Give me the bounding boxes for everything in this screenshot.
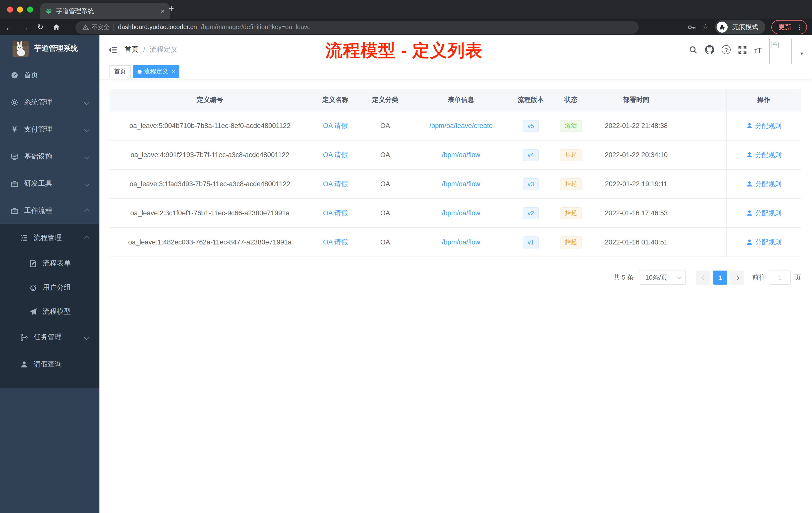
zoom-window-button[interactable]	[27, 6, 33, 12]
sidebar-item-infra[interactable]: 基础设施	[0, 143, 99, 170]
sidebar-collapse-icon[interactable]	[109, 46, 117, 54]
github-icon[interactable]	[705, 45, 714, 54]
goto-page-input[interactable]	[769, 271, 791, 284]
list-icon	[20, 234, 28, 242]
table-row: oa_leave:3:1fad3d93-7b75-11ec-a3c8-acde4…	[110, 170, 801, 199]
font-size-icon[interactable]: TT	[754, 46, 762, 54]
assign-rule-button[interactable]: 分配规则	[746, 179, 781, 188]
favicon-leaf-icon	[45, 7, 52, 14]
definition-name-link[interactable]: OA 请假	[323, 209, 348, 218]
url-path: /bpm/manager/definition?key=oa_leave	[201, 24, 311, 31]
home-icon[interactable]	[52, 23, 60, 31]
sidebar-item-pay[interactable]: ¥ 支付管理	[0, 116, 99, 143]
tag-home[interactable]: 首页	[110, 65, 130, 78]
form-link[interactable]: /bpm/oa/leave/create	[429, 122, 493, 129]
prev-page-button[interactable]	[696, 271, 710, 284]
incognito-icon	[717, 22, 728, 33]
current-page-button[interactable]: 1	[713, 271, 727, 284]
search-icon[interactable]	[689, 46, 698, 54]
definition-name-link[interactable]: OA 请假	[323, 150, 348, 159]
sidebar-item-system[interactable]: 系统管理	[0, 89, 99, 116]
back-icon[interactable]: ←	[5, 23, 12, 31]
sidebar-item-label: 工作流程	[24, 206, 52, 215]
version-tag: v4	[522, 149, 539, 161]
sidebar-item-label: 首页	[24, 71, 38, 80]
definition-name-link[interactable]: OA 请假	[323, 121, 348, 130]
version-tag: v1	[522, 236, 539, 248]
chevron-down-icon	[84, 335, 89, 340]
chevron-down-icon	[84, 181, 89, 186]
minimize-window-button[interactable]	[17, 6, 23, 12]
gear-icon	[10, 98, 19, 107]
fullscreen-icon[interactable]	[738, 46, 747, 54]
tab-close-icon[interactable]: ×	[161, 8, 165, 14]
annotation-title: 流程模型 - 定义列表	[325, 39, 483, 62]
chevron-down-icon	[84, 127, 89, 132]
status-badge: 挂起	[560, 207, 582, 219]
key-icon[interactable]	[687, 23, 696, 31]
sidebar-item-process-model[interactable]: 流程模型	[0, 300, 99, 324]
form-link[interactable]: /bpm/oa/flow	[442, 151, 480, 159]
reload-icon[interactable]: ↻	[37, 23, 44, 32]
not-secure-warning-icon	[82, 24, 89, 30]
tag-close-icon[interactable]: ×	[172, 69, 175, 74]
address-bar[interactable]: 不安全 dashboard.yudao.iocoder.cn/bpm/manag…	[75, 21, 639, 33]
sidebar-item-process-form[interactable]: 流程表单	[0, 251, 99, 276]
browser-tab[interactable]: 芋道管理系统 ×	[40, 3, 170, 19]
bookmark-star-icon[interactable]: ☆	[702, 23, 709, 31]
version-tag: v3	[522, 178, 539, 190]
definition-category: OA	[360, 112, 410, 140]
dashboard-icon	[10, 71, 19, 79]
version-tag: v2	[522, 207, 539, 219]
column-header: 部署时间	[592, 89, 680, 111]
sidebar-item-task-mgmt[interactable]: 任务管理	[0, 324, 99, 351]
chevron-left-icon	[701, 275, 706, 280]
help-icon[interactable]: ?	[722, 45, 731, 54]
sidebar-item-workflow[interactable]: 工作流程	[0, 197, 99, 224]
sidebar-item-home[interactable]: 首页	[0, 62, 99, 89]
paper-plane-icon	[29, 308, 37, 316]
form-link[interactable]: /bpm/oa/flow	[442, 209, 480, 217]
user-avatar[interactable]	[769, 39, 792, 65]
definition-table: 定义编号 定义名称 定义分类 表单信息 流程版本 状态 部署时间 操作 oa_l…	[110, 89, 801, 257]
sidebar-item-label: 流程表单	[43, 259, 71, 268]
form-link[interactable]: /bpm/oa/flow	[442, 238, 480, 246]
definition-name-link[interactable]: OA 请假	[323, 238, 348, 247]
macos-traffic-lights[interactable]	[7, 6, 33, 12]
definition-id: oa_leave:1:482ec033-762a-11ec-8477-a2380…	[110, 228, 310, 256]
definition-name-link[interactable]: OA 请假	[323, 179, 348, 188]
assign-rule-button[interactable]: 分配规则	[746, 209, 781, 218]
new-tab-button[interactable]: +	[169, 4, 174, 13]
assign-rule-button[interactable]: 分配规则	[746, 150, 781, 159]
page-size-select[interactable]: 10条/页	[639, 271, 686, 284]
deploy-time: 2022-01-22 20:34:10	[592, 141, 680, 169]
briefcase-icon	[10, 207, 19, 215]
next-page-button[interactable]	[730, 271, 744, 284]
assign-rule-button[interactable]: 分配规则	[746, 121, 781, 130]
status-badge: 挂起	[560, 236, 582, 248]
column-header: 表单信息	[410, 89, 512, 111]
browser-update-button[interactable]: 更新 ⋮	[771, 20, 807, 34]
close-window-button[interactable]	[7, 6, 13, 12]
browser-menu-icon[interactable]: ⋮	[796, 24, 803, 31]
sidebar-item-leave-query[interactable]: 请假查询	[0, 351, 99, 378]
incognito-badge: 无痕模式	[715, 20, 765, 34]
app-logo-row[interactable]: 芋道管理系统	[0, 35, 99, 62]
breadcrumb-home[interactable]: 首页	[124, 45, 139, 54]
avatar-dropdown-caret-icon[interactable]: ▼	[800, 51, 804, 56]
sidebar-item-user-group[interactable]: 用户分组	[0, 276, 99, 300]
form-link[interactable]: /bpm/oa/flow	[442, 180, 480, 188]
sidebar-item-dev[interactable]: 研发工具	[0, 170, 99, 197]
tags-view: 首页 流程定义 ×	[99, 64, 812, 79]
definition-category: OA	[360, 170, 410, 198]
tag-process-definition[interactable]: 流程定义 ×	[133, 65, 179, 78]
forward-icon[interactable]: →	[21, 23, 29, 31]
deploy-time: 2022-01-22 21:48:38	[592, 112, 680, 140]
address-divider	[114, 24, 114, 31]
assign-rule-button[interactable]: 分配规则	[746, 238, 781, 247]
app-title: 芋道管理系统	[34, 44, 78, 53]
deploy-time: 2022-01-16 17:46:53	[592, 199, 680, 228]
pagination: 共 5 条 10条/页 1 前往 页	[110, 271, 801, 284]
sidebar-item-process-mgmt[interactable]: 流程管理	[0, 224, 99, 251]
column-header: 定义分类	[360, 89, 410, 111]
